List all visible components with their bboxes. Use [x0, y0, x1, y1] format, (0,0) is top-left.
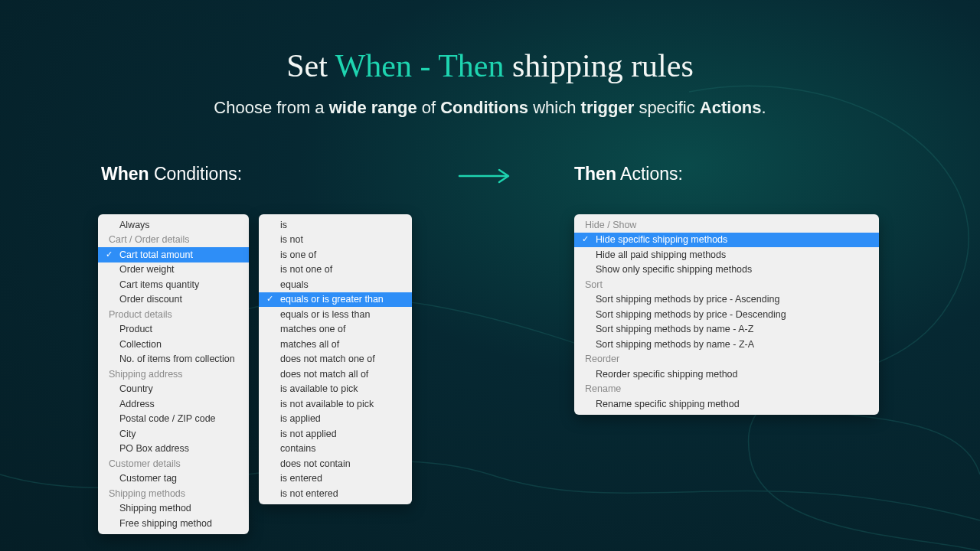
- operator-matches-one[interactable]: matches one of: [259, 322, 412, 337]
- operator-not-contain[interactable]: does not contain: [259, 456, 412, 471]
- condition-group-shipping-address: Shipping address: [98, 367, 249, 382]
- condition-cart-qty[interactable]: Cart items quantity: [98, 277, 249, 292]
- condition-group-shipping-methods: Shipping methods: [98, 486, 249, 501]
- condition-cart-total[interactable]: Cart total amount: [98, 247, 249, 262]
- condition-collection[interactable]: Collection: [98, 337, 249, 352]
- action-hide-specific[interactable]: Hide specific shipping methods: [574, 233, 879, 248]
- condition-city[interactable]: City: [98, 426, 249, 442]
- action-group-hide-show: Hide / Show: [574, 217, 879, 233]
- operator-equals[interactable]: equals: [259, 277, 412, 292]
- operator-not-available-pick[interactable]: is not available to pick: [259, 396, 412, 412]
- arrow-right-icon: [458, 168, 511, 184]
- condition-order-discount[interactable]: Order discount: [98, 292, 249, 308]
- condition-shipping-method[interactable]: Shipping method: [98, 501, 249, 517]
- operator-is-not-one-of[interactable]: is not one of: [259, 262, 412, 278]
- action-rename-specific[interactable]: Rename specific shipping method: [574, 396, 879, 412]
- operator-matches-all[interactable]: matches all of: [259, 337, 412, 352]
- condition-customer-tag[interactable]: Customer tag: [98, 471, 249, 487]
- condition-no-items-collection[interactable]: No. of items from collection: [98, 352, 249, 367]
- condition-group-product: Product details: [98, 307, 249, 322]
- condition-free-shipping[interactable]: Free shipping method: [98, 516, 249, 531]
- page-title: Set When - Then shipping rules: [0, 47, 980, 84]
- operator-is-not-applied[interactable]: is not applied: [259, 426, 412, 442]
- condition-always[interactable]: Always: [98, 217, 249, 233]
- action-sort-price-asc[interactable]: Sort shipping methods by price - Ascendi…: [574, 292, 879, 308]
- title-post: shipping rules: [504, 48, 693, 83]
- condition-country[interactable]: Country: [98, 382, 249, 397]
- operator-contains[interactable]: contains: [259, 442, 412, 457]
- action-hide-all-paid[interactable]: Hide all paid shipping methods: [574, 247, 879, 262]
- conditions-dropdown[interactable]: Always Cart / Order details Cart total a…: [98, 214, 249, 534]
- operator-is-one-of[interactable]: is one of: [259, 247, 412, 262]
- action-group-rename: Rename: [574, 382, 879, 397]
- action-sort-price-desc[interactable]: Sort shipping methods by price - Descend…: [574, 307, 879, 322]
- actions-dropdown[interactable]: Hide / Show Hide specific shipping metho…: [574, 214, 879, 415]
- condition-pobox[interactable]: PO Box address: [98, 442, 249, 457]
- action-show-only[interactable]: Show only specific shipping methods: [574, 262, 879, 278]
- action-sort-name-za[interactable]: Sort shipping methods by name - Z-A: [574, 337, 879, 352]
- action-group-sort: Sort: [574, 277, 879, 292]
- operator-is-not[interactable]: is not: [259, 233, 412, 248]
- page-subtitle: Choose from a wide range of Conditions w…: [0, 98, 980, 118]
- operator-is-applied[interactable]: is applied: [259, 412, 412, 427]
- operator-not-match-one[interactable]: does not match one of: [259, 352, 412, 367]
- when-section-label: When Conditions:: [101, 164, 242, 184]
- operator-equals-gte[interactable]: equals or is greater than: [259, 292, 412, 308]
- condition-order-weight[interactable]: Order weight: [98, 262, 249, 278]
- condition-group-cart: Cart / Order details: [98, 233, 249, 248]
- action-reorder-specific[interactable]: Reorder specific shipping method: [574, 367, 879, 382]
- operator-is-entered[interactable]: is entered: [259, 471, 412, 487]
- condition-product[interactable]: Product: [98, 322, 249, 337]
- operator-equals-lte[interactable]: equals or is less than: [259, 307, 412, 322]
- operators-dropdown[interactable]: is is not is one of is not one of equals…: [259, 214, 412, 504]
- operator-available-pick[interactable]: is available to pick: [259, 382, 412, 397]
- title-accent: When - Then: [335, 48, 505, 83]
- condition-group-customer: Customer details: [98, 456, 249, 471]
- action-sort-name-az[interactable]: Sort shipping methods by name - A-Z: [574, 322, 879, 337]
- title-pre: Set: [286, 48, 335, 83]
- operator-is[interactable]: is: [259, 217, 412, 233]
- then-section-label: Then Actions:: [574, 164, 683, 184]
- condition-address[interactable]: Address: [98, 396, 249, 412]
- action-group-reorder: Reorder: [574, 352, 879, 367]
- operator-not-match-all[interactable]: does not match all of: [259, 367, 412, 382]
- operator-is-not-entered[interactable]: is not entered: [259, 486, 412, 501]
- condition-postal[interactable]: Postal code / ZIP code: [98, 412, 249, 427]
